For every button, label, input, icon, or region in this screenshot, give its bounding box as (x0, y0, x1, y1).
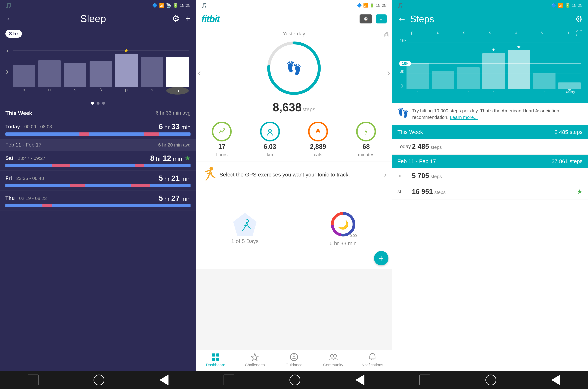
nav-dashboard[interactable]: Dashboard (196, 353, 235, 367)
metric-km: 6.03 km (260, 122, 280, 158)
signal-icon: 📶 (159, 3, 165, 8)
steps-pi-row[interactable]: pi 5 705 steps (392, 168, 588, 184)
fitbit-bt-icon: 🔷 (357, 3, 362, 8)
android-back-btn[interactable] (159, 375, 169, 385)
steps-info-footprint: 👣 (398, 107, 409, 118)
back-icon[interactable]: ← (5, 13, 14, 24)
steps-chart-footer (398, 95, 583, 103)
android-recent-btn[interactable] (28, 375, 38, 385)
steps-android-back[interactable] (551, 375, 560, 385)
km-circle (260, 122, 280, 141)
steps-day-u: u (425, 30, 451, 35)
yesterday-label: Yesterday (200, 31, 388, 37)
sleep-panel: 🎵 🔷 📶 📡 🔋 18:28 ← Sleep ⚙ + 8 hr 5 0 (0, 0, 196, 389)
svg-point-17 (331, 354, 333, 357)
fitbit-android-home[interactable] (290, 375, 300, 385)
sat-label: Sat (5, 155, 13, 161)
today-sleep-row[interactable]: Today 00:09 - 08:03 6 hr 33 min (0, 119, 196, 139)
steps-today-label: Today (398, 144, 408, 149)
fitbit-android-back[interactable] (355, 375, 365, 385)
dot-s3: • (533, 90, 555, 94)
sat-sleep-row[interactable]: Sat 23:47 - 09:27 8 hr 12 min ★ (0, 151, 196, 171)
svg-rect-12 (212, 357, 215, 361)
steps-today-row[interactable]: Today 2 485 steps (392, 139, 588, 155)
steps-android-recent[interactable] (419, 375, 430, 385)
fitbit-device-icon[interactable]: ⌚ (360, 14, 372, 24)
y-label-5: 5 (5, 48, 8, 53)
steps-y-8k: 8k (400, 69, 404, 74)
fitbit-android-recent[interactable] (223, 375, 234, 385)
add-button[interactable]: + (374, 251, 388, 265)
activity-card[interactable]: 1 of 5 Days (196, 188, 294, 269)
steps-android-home[interactable] (485, 375, 496, 385)
fitbit-steps-section: Yesterday ⎙ ‹ › 👣 8,638 steps (196, 27, 392, 118)
sleep-header: ← Sleep ⚙ + (0, 11, 196, 28)
this-week-header: This Week 6 hr 33 min avg (0, 106, 196, 119)
feb11-avg: 6 hr 20 min avg (158, 142, 190, 148)
steps-bar-s (457, 67, 480, 89)
nav-guidance-label: Guidance (286, 363, 302, 367)
thu-sleep-row[interactable]: Thu 02:19 - 08:23 5 hr 27 min (0, 191, 196, 211)
community-icon (329, 353, 338, 361)
steps-st-row[interactable]: št 16 951 steps ★ (392, 184, 588, 200)
gps-banner[interactable]: Select the GPS exercises you want your I… (196, 162, 392, 188)
nav-notifications[interactable]: Notifications (353, 353, 392, 367)
nav-guidance[interactable]: Guidance (274, 353, 314, 367)
android-home-btn[interactable] (94, 375, 104, 385)
steps-day-p2: p (503, 30, 529, 35)
svg-point-2 (268, 129, 271, 132)
sleep-card[interactable]: 🌙 0:09 6 hr 33 min + (294, 188, 392, 269)
learn-more-link[interactable]: Learn more... (450, 115, 478, 120)
svg-marker-14 (251, 354, 258, 361)
steps-period-header: Feb 11 - Feb 17 37 861 steps (392, 155, 588, 168)
steps-bar-p2: ★ (508, 50, 530, 89)
metric-minutes: 68 minutes (356, 122, 376, 158)
moon-icon: 🌙 (337, 219, 349, 230)
steps-y-0: 0 (401, 84, 403, 89)
nav-challenges-label: Challenges (245, 363, 265, 367)
sleep-goal-pill: 8 hr (5, 30, 22, 38)
activity-runner-svg (239, 218, 251, 231)
settings-icon[interactable]: ⚙ (172, 13, 180, 24)
gps-arrow[interactable]: › (384, 171, 386, 179)
dot-p1: • (406, 90, 429, 94)
dot-3 (102, 102, 105, 105)
steps-header: ← Steps ⚙ (392, 11, 588, 28)
steps-gear-icon[interactable]: ⚙ (575, 14, 583, 24)
thu-time: 02:19 - 08:23 (19, 195, 47, 201)
thu-sleep-bar (5, 204, 190, 207)
steps-page-title: Steps (410, 14, 434, 24)
thu-duration: 5 hr 27 min (159, 194, 191, 203)
nav-challenges[interactable]: Challenges (235, 353, 274, 367)
fri-time: 23:36 - 06:48 (16, 176, 44, 181)
runner-svg (201, 166, 216, 180)
fri-sleep-bar (5, 184, 190, 187)
bar-p2: ★ (115, 54, 138, 88)
next-arrow[interactable]: › (387, 67, 390, 78)
steps-period-value: 37 861 steps (551, 158, 583, 164)
feb11-section-header: Feb 11 - Feb 17 6 hr 20 min avg (0, 139, 196, 151)
share-icon[interactable]: ⎙ (384, 31, 388, 38)
steps-back-icon[interactable]: ← (398, 14, 406, 24)
steps-spotify-icon: 🎵 (398, 3, 403, 8)
bar-s3 (141, 57, 163, 87)
steps-pi-count: 5 705 steps (408, 172, 583, 180)
fri-sleep-row[interactable]: Fri 23:36 - 06:48 5 hr 21 min (0, 171, 196, 191)
steps-bars: ★ ★ (406, 38, 581, 89)
challenges-icon (250, 353, 259, 361)
bar-u (38, 60, 61, 87)
steps-pi-label: pi (398, 173, 408, 179)
fitbit-logo: fitbit (201, 14, 220, 24)
steps-y-16k: 16k (400, 38, 407, 43)
metric-cals: 2,889 cals (308, 122, 328, 158)
add-icon[interactable]: + (185, 13, 190, 24)
fitbit-panel: 🎵 🔷 📶 🔋 18:28 fitbit ⌚ ≡ Yesterday ⎙ ‹ › (196, 0, 392, 389)
this-week-label: This Week (5, 110, 32, 116)
fitbit-list-icon[interactable]: ≡ (376, 14, 387, 24)
steps-expand-icon[interactable]: ⛶ (576, 30, 583, 37)
prev-arrow[interactable]: ‹ (198, 67, 201, 78)
steps-signal-icon: 📶 (558, 3, 563, 8)
steps-circle: 👣 (265, 39, 323, 97)
nav-community[interactable]: Community (314, 353, 353, 367)
this-week-avg: 6 hr 33 min avg (156, 110, 190, 116)
